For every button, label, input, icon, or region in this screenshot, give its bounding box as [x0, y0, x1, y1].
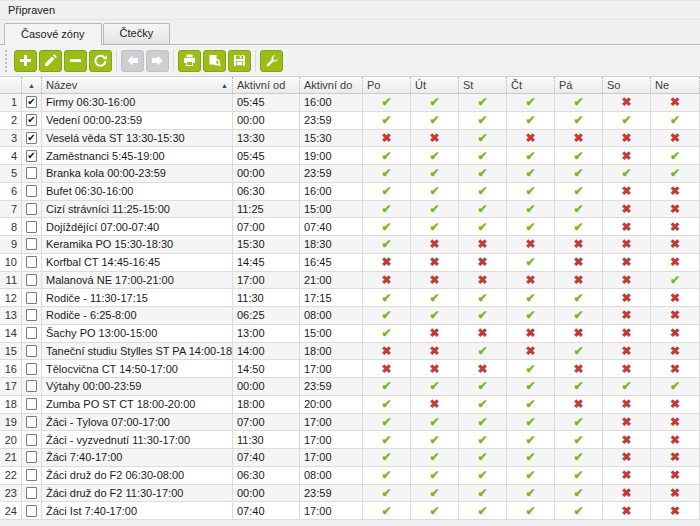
checkbox-unchecked[interactable] [26, 345, 37, 357]
day-cell-pá: ✖ [555, 325, 603, 342]
header-rownum[interactable] [0, 77, 22, 93]
checkbox-unchecked[interactable] [26, 487, 37, 499]
day-cell-st: ✔ [459, 343, 507, 360]
table-row[interactable]: 16Tělocvična CT 14:50-17:0014:5017:00✖✖✖… [0, 360, 700, 378]
table-row[interactable]: 21Žáci 7:40-17:0007:4017:00✔✔✔✔✔✖✖ [0, 449, 700, 467]
table-row[interactable]: 17Výtahy 00:00-23:5900:0023:59✔✔✔✔✔✔✔ [0, 378, 700, 396]
table-row[interactable]: 1✔Firmy 06:30-16:0005:4516:00✔✔✔✔✔✖✖ [0, 94, 700, 112]
check-icon: ✔ [573, 434, 583, 446]
checkbox-unchecked[interactable] [26, 505, 37, 517]
back-button[interactable] [121, 50, 144, 72]
cross-icon: ✖ [477, 363, 487, 375]
day-cell-so: ✖ [603, 218, 651, 235]
toolbar-grip[interactable] [5, 50, 8, 72]
table-row[interactable]: 22Žáci druž do F2 06:30-08:0006:3008:00✔… [0, 467, 700, 485]
name-cell: Žáci Ist 7:40-17:00 [42, 502, 233, 519]
checkbox-unchecked[interactable] [26, 256, 37, 268]
day-cell-út: ✖ [411, 343, 459, 360]
sort-ascending-icon: ▲ [28, 82, 35, 89]
day-cell-čt: ✔ [507, 147, 555, 164]
checkbox-checked[interactable]: ✔ [26, 150, 37, 162]
checkbox-unchecked[interactable] [26, 309, 37, 321]
checkbox-unchecked[interactable] [26, 238, 37, 250]
day-cell-ne: ✖ [651, 94, 700, 111]
checkbox-unchecked[interactable] [26, 434, 37, 446]
forward-button[interactable] [146, 50, 169, 72]
edit-button[interactable] [39, 50, 62, 72]
table-row[interactable]: 23Žáci druž do F2 11:30-17:0000:0023:59✔… [0, 485, 700, 503]
tab-ctecky[interactable]: Čtečky [103, 23, 171, 44]
day-cell-ne: ✔ [651, 165, 700, 182]
header-day-1[interactable]: Po [363, 77, 411, 93]
toolbar [0, 45, 700, 76]
table-row[interactable]: 19Žáci - Tylova 07:00-17:0007:0017:00✔✔✔… [0, 414, 700, 432]
active-to-cell: 17:00 [300, 449, 363, 466]
header-aktivni-od[interactable]: Aktivní od [233, 77, 300, 93]
cross-icon: ✖ [525, 132, 535, 144]
check-icon: ✔ [525, 469, 535, 481]
check-icon: ✔ [477, 505, 487, 517]
checkbox-checked[interactable]: ✔ [26, 132, 37, 144]
refresh-button[interactable] [89, 50, 112, 72]
toolbar-separator [116, 50, 117, 72]
header-day-6[interactable]: So [603, 77, 651, 93]
checkbox-unchecked[interactable] [26, 292, 37, 304]
cross-icon: ✖ [670, 416, 680, 428]
pencil-icon [44, 54, 57, 67]
checkbox-unchecked[interactable] [26, 203, 37, 215]
table-row[interactable]: 8Dojíždějící 07:00-07:4007:0007:40✔✔✔✔✔✖… [0, 218, 700, 236]
checkbox-unchecked[interactable] [26, 167, 37, 179]
print-preview-button[interactable] [203, 50, 226, 72]
day-cell-po: ✔ [363, 325, 411, 342]
day-cell-po: ✔ [363, 112, 411, 129]
cross-icon: ✖ [621, 274, 631, 286]
day-cell-čt: ✔ [507, 165, 555, 182]
table-row[interactable]: 18Zumba PO ST CT 18:00-20:0018:0020:00✔✖… [0, 396, 700, 414]
checkbox-unchecked[interactable] [26, 327, 37, 339]
table-row[interactable]: 5Branka kola 00:00-23:5900:0023:59✔✔✔✔✔✔… [0, 165, 700, 183]
table-row[interactable]: 6Bufet 06:30-16:0006:3016:00✔✔✔✔✔✖✖ [0, 183, 700, 201]
checkbox-unchecked[interactable] [26, 398, 37, 410]
checkbox-unchecked[interactable] [26, 416, 37, 428]
header-selected-sort[interactable]: ▲ [22, 77, 42, 93]
checkbox-checked[interactable]: ✔ [26, 96, 37, 108]
header-aktivni-do[interactable]: Aktivní do [300, 77, 363, 93]
table-row[interactable]: 15Taneční studiu Stylles ST PA 14:00-18:… [0, 343, 700, 361]
settings-button[interactable] [260, 50, 283, 72]
delete-button[interactable] [64, 50, 87, 72]
header-day-5[interactable]: Pá [555, 77, 603, 93]
table-row[interactable]: 24Žáci Ist 7:40-17:0007:4017:00✔✔✔✔✔✖✖ [0, 502, 700, 520]
add-button[interactable] [14, 50, 37, 72]
cross-icon: ✖ [573, 398, 583, 410]
checkbox-unchecked[interactable] [26, 221, 37, 233]
table-row[interactable]: 12Rodiče - 11:30-17:1511:3017:15✔✔✔✔✔✖✖ [0, 289, 700, 307]
checkbox-unchecked[interactable] [26, 380, 37, 392]
checkbox-unchecked[interactable] [26, 451, 37, 463]
table-row[interactable]: 10Korfbal CT 14:45-16:4514:4516:45✖✖✖✔✖✖… [0, 254, 700, 272]
cross-icon: ✖ [621, 469, 631, 481]
table-row[interactable]: 9Keramika PO 15:30-18:3015:3018:30✔✖✖✖✖✖… [0, 236, 700, 254]
table-row[interactable]: 20Žáci - vyzvednutí 11:30-17:0011:3017:0… [0, 431, 700, 449]
print-button[interactable] [178, 50, 201, 72]
table-row[interactable]: 14Šachy PO 13:00-15:0013:0015:00✔✖✖✖✖✖✖ [0, 325, 700, 343]
header-day-2[interactable]: Út [411, 77, 459, 93]
table-row[interactable]: 13Rodiče - 6:25-8:0006:2508:00✔✔✔✔✔✖✖ [0, 307, 700, 325]
checkbox-unchecked[interactable] [26, 363, 37, 375]
table-row[interactable]: 2✔Vedení 00:00-23:5900:0023:59✔✔✔✔✔✔✔ [0, 112, 700, 130]
checkbox-checked[interactable]: ✔ [26, 114, 37, 126]
cross-icon: ✖ [670, 292, 680, 304]
table-row[interactable]: 7Cizí strávníci 11:25-15:0011:2515:00✔✔✔… [0, 201, 700, 219]
header-day-4[interactable]: Čt [507, 77, 555, 93]
checkbox-unchecked[interactable] [26, 185, 37, 197]
tab-casove-zony[interactable]: Časové zóny [4, 23, 102, 45]
checkbox-unchecked[interactable] [26, 274, 37, 286]
table-row[interactable]: 3✔Veselá věda ST 13:30-15:3013:3015:30✖✖… [0, 130, 700, 148]
table-row[interactable]: 11Malanová NE 17:00-21:0017:0021:00✖✖✖✖✖… [0, 272, 700, 290]
checkbox-unchecked[interactable] [26, 469, 37, 481]
header-day-7[interactable]: Ne [651, 77, 700, 93]
header-day-3[interactable]: St [459, 77, 507, 93]
header-nazev[interactable]: Název▲ [42, 77, 233, 93]
day-cell-pá: ✔ [555, 485, 603, 502]
save-button[interactable] [228, 50, 251, 72]
table-row[interactable]: 4✔Zaměstnanci 5:45-19:0005:4519:00✔✔✔✔✔✖… [0, 147, 700, 165]
